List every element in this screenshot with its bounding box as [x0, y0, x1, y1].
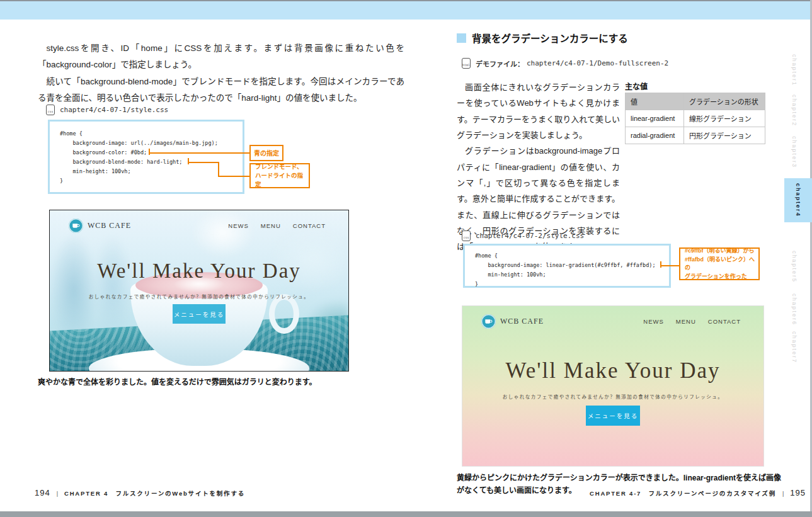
code-file-path: chapter4/c4-07-2/style.css — [476, 232, 584, 240]
nav-item-menu[interactable]: MENU — [261, 222, 281, 229]
table-row: linear-gradient 線形グラデーション — [626, 110, 765, 127]
site-nav: NEWS MENU CONTACT — [228, 222, 326, 229]
screenshot-gradient-site: WCB CAFE NEWS MENU CONTACT We'll Make Yo… — [462, 305, 764, 467]
annotation-gradient: #c9ffbf（明るい黄緑）から #ffafbd（明るいピンク）への グラデーシ… — [679, 247, 760, 280]
menu-button[interactable]: メニューを見る — [586, 406, 640, 426]
screenshot-blend-mode-site: WCB CAFE NEWS MENU CONTACT We'll Make Yo… — [49, 210, 349, 372]
code-line: #home { — [475, 251, 669, 261]
site-header: WCB CAFE NEWS MENU CONTACT — [50, 219, 348, 233]
annotation-blue-value: 青の指定 — [249, 145, 283, 161]
footer-divider: | — [57, 491, 58, 497]
page-number: 195 — [790, 488, 806, 497]
wcb-cafe-logo-icon — [481, 314, 496, 329]
code-line: background-image: linear-gradient(#c9ffb… — [475, 261, 669, 270]
demo-file-label: デモファイル： — [476, 59, 524, 69]
section-marker — [457, 33, 466, 43]
table-header-row: 値 グラデーションの形状 — [626, 93, 765, 110]
table-title: 主な値 — [625, 81, 648, 91]
code-block-blend-mode: #home { background-image: url(../images/… — [48, 120, 244, 194]
section-title: 背景をグラデーションカラーにする — [472, 31, 628, 45]
site-hero-title: We'll Make Your Day — [462, 358, 763, 383]
code-line: min-height: 100vh; — [60, 167, 243, 176]
callout-line — [218, 162, 219, 177]
code-file-row: css chapter4/c4-07-1/style.css — [46, 105, 168, 115]
table-header: グラデーションの形状 — [684, 93, 765, 110]
code-line: } — [475, 280, 669, 289]
site-nav: NEWS MENU CONTACT — [643, 318, 741, 325]
code-block-gradient: #home { background-image: linear-gradien… — [463, 244, 671, 288]
site-logo-text: WCB CAFE — [500, 317, 544, 326]
code-file-row: css chapter4/c4-07-2/style.css — [462, 230, 584, 241]
side-tab-chapter5: chapter5 — [791, 251, 798, 283]
gradient-values-table: 値 グラデーションの形状 linear-gradient 線形グラデーション r… — [625, 93, 765, 144]
code-line: background-image: url(../images/main-bg.… — [60, 139, 243, 148]
book-spread: style.cssを開き、ID「home」にCSSを加えます。まずは背景画像に重… — [0, 0, 812, 517]
callout-line — [661, 265, 679, 266]
page-number: 194 — [35, 488, 50, 497]
callout-line — [218, 176, 249, 177]
annotation-blend-mode: ブレンドモード、 ハードライトの指定 — [249, 163, 310, 188]
callout-line — [150, 152, 249, 154]
footer-left: 194 | CHAPTER 4 フルスクリーンのWebサイトを制作する — [35, 488, 245, 497]
table-cell: linear-gradient — [626, 110, 684, 127]
table-cell: 円形グラデーション — [684, 127, 765, 144]
footer-section-title: CHAPTER 4-7 フルスクリーンページのカスタマイズ例 — [590, 489, 776, 497]
screenshot-caption: 爽やかな青で全体を彩りました。値を変えるだけで雰囲気はガラリと変わります。 — [38, 376, 404, 389]
coffee-cup-handle — [269, 294, 299, 334]
site-header: WCB CAFE NEWS MENU CONTACT — [462, 314, 763, 329]
wcb-cafe-logo-icon — [69, 219, 83, 233]
footer-chapter-title: CHAPTER 4 フルスクリーンのWebサイトを制作する — [64, 489, 245, 497]
code-file-path: chapter4/c4-07-1/style.css — [60, 106, 168, 114]
site-logo: WCB CAFE — [481, 314, 544, 329]
table-cell: radial-gradient — [626, 127, 684, 144]
nav-item-menu[interactable]: MENU — [676, 318, 696, 325]
side-tab-chapter7: chapter7 — [791, 331, 798, 363]
paragraph: style.cssを開き、ID「home」にCSSを加えます。まずは背景画像に重… — [38, 40, 404, 74]
css-file-icon: css — [462, 230, 471, 241]
nav-item-contact[interactable]: CONTACT — [293, 222, 326, 229]
site-logo-text: WCB CAFE — [88, 221, 131, 230]
site-logo: WCB CAFE — [69, 219, 131, 233]
side-tab-chapter6: chapter6 — [791, 293, 798, 326]
code-line: min-height: 100vh; — [475, 270, 669, 280]
paragraph: 画面全体にきれいなグラデーションカラーを使っているWebサイトもよく見かけます。… — [457, 79, 620, 143]
side-tab-chapter3: chapter3 — [791, 136, 798, 168]
table-row: radial-gradient 円形グラデーション — [626, 127, 765, 144]
gradient-background — [462, 306, 763, 466]
demo-file-row: html デモファイル： chapter4/c4-07-1/Demo-fulls… — [462, 58, 668, 69]
callout-line — [189, 162, 218, 163]
bottom-edge-band — [0, 511, 812, 517]
site-hero-subtitle: おしゃれなカフェで癒やされてみませんか？無添加の食材で体の中からリフレッシュ。 — [462, 393, 763, 400]
site-hero-title: We'll Make Your Day — [50, 259, 348, 283]
right-page-body: 画面全体にきれいなグラデーションカラーを使っているWebサイトもよく見かけます。… — [457, 79, 620, 255]
callout-tick — [188, 158, 189, 164]
css-file-icon: css — [46, 105, 55, 115]
callout-tick — [149, 149, 150, 155]
site-hero-subtitle: おしゃれなカフェで癒やされてみませんか？無添加の食材で体の中からリフレッシュ。 — [50, 293, 348, 300]
nav-item-contact[interactable]: CONTACT — [708, 318, 741, 325]
section-heading: 背景をグラデーションカラーにする — [457, 31, 628, 45]
footer-divider: | — [782, 491, 784, 497]
table-cell: 線形グラデーション — [684, 110, 765, 127]
top-accent-band — [0, 1, 812, 20]
nav-item-news[interactable]: NEWS — [643, 318, 664, 325]
html-file-icon: html — [462, 58, 471, 69]
code-line: #home { — [60, 129, 243, 139]
paragraph: 続いて「background-blend-mode」でブレンドモードを指定します… — [38, 74, 404, 107]
nav-item-news[interactable]: NEWS — [228, 222, 249, 229]
code-line: } — [60, 176, 243, 186]
callout-tick — [660, 261, 661, 268]
table-header: 値 — [626, 93, 684, 110]
left-page-body: style.cssを開き、ID「home」にCSSを加えます。まずは背景画像に重… — [38, 40, 404, 106]
side-tab-chapter4-active: chapter4 — [784, 178, 812, 222]
side-tab-chapter2: chapter2 — [791, 94, 798, 127]
menu-button[interactable]: メニューを見る — [173, 304, 226, 324]
demo-file-path: chapter4/c4-07-1/Demo-fullscreen-2 — [527, 59, 668, 67]
footer-right: CHAPTER 4-7 フルスクリーンページのカスタマイズ例 | 195 — [590, 488, 806, 497]
side-tab-chapter1: chapter1 — [791, 54, 798, 86]
